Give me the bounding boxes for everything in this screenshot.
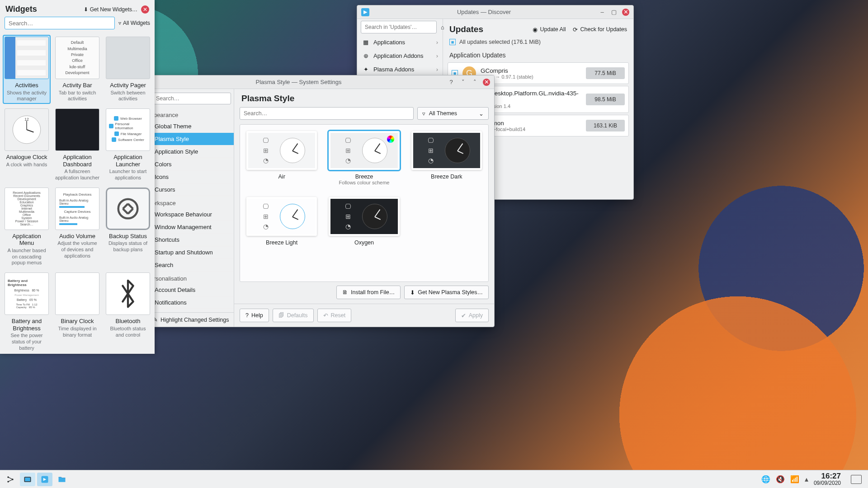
settings-nav-item[interactable]: Global Theme (148, 120, 234, 133)
widget-card[interactable]: Application DashboardA fullscreen applic… (53, 107, 101, 183)
help-hint-icon[interactable]: ? (448, 79, 455, 86)
widget-description: See the power status of your battery (5, 333, 49, 351)
widget-card[interactable]: Web BrowserPersonal InformationFile Mana… (104, 107, 152, 183)
close-icon[interactable]: ✕ (141, 5, 149, 14)
discover-category[interactable]: ▦Applications› (357, 35, 443, 49)
widget-thumbnail (5, 37, 49, 79)
category-icon: ⊕ (362, 52, 370, 60)
settings-search-input[interactable] (152, 93, 231, 104)
maximize-icon[interactable]: ˄ (471, 79, 478, 86)
theme-name: Breeze (329, 174, 399, 180)
apply-button[interactable]: ✔Apply (455, 309, 489, 322)
close-icon[interactable]: ✕ (483, 79, 490, 86)
update-all-button[interactable]: ◉Update All (533, 26, 566, 33)
widget-thumbnail: Recent ApplicationsRecent DocumentsDevel… (5, 188, 49, 230)
file-icon: 🗎 (342, 289, 348, 296)
widget-card[interactable]: Battery and BrightnessBrightness 80 %Pow… (3, 271, 51, 353)
settings-nav-item[interactable]: Users (148, 309, 234, 312)
theme-card[interactable]: 🖵⊞◔Oxygen (329, 197, 399, 246)
get-new-styles-button[interactable]: ⬇Get New Plasma Styles… (404, 286, 489, 299)
widget-thumbnail: DefaultMultimediaPrivateOfficekde-stuffD… (55, 37, 99, 79)
task-discover[interactable] (37, 473, 52, 486)
app-launcher-button[interactable] (3, 473, 18, 486)
settings-nav-item[interactable]: Application Style (148, 145, 234, 158)
settings-group-label: Personalisation (148, 272, 234, 284)
refresh-icon: ⟳ (573, 26, 578, 33)
settings-nav-item[interactable]: Shortcuts (148, 234, 234, 246)
reset-button[interactable]: ↶Reset (317, 309, 352, 322)
install-from-file-button[interactable]: 🗎Install from File… (336, 286, 401, 299)
settings-nav-item[interactable]: Window Management (148, 221, 234, 234)
show-desktop-button[interactable] (851, 475, 862, 484)
clock-widget[interactable]: 16:27 09/09/2020 (814, 472, 841, 487)
taskbar: 🌐 🔇 📶 ▴ 16:27 09/09/2020 (0, 470, 868, 488)
highlight-changed-button[interactable]: ✎ Highlight Changed Settings (148, 312, 234, 327)
widget-name: Battery and Brightness (5, 318, 49, 332)
tray-expand-icon[interactable]: ▴ (805, 475, 808, 483)
settings-nav-item[interactable]: Notifications (148, 296, 234, 309)
discover-category[interactable]: ⊕Application Addons› (357, 49, 443, 62)
task-system-settings[interactable] (20, 473, 35, 486)
discover-titlebar[interactable]: ▶ Updates — Discover – ▢ ✕ (357, 5, 633, 19)
help-button[interactable]: ?Help (240, 309, 269, 322)
maximize-icon[interactable]: ▢ (610, 9, 618, 16)
widgets-filter-dropdown[interactable]: ▿All Widgets (118, 20, 150, 26)
settings-nav-item[interactable]: Icons (148, 171, 234, 183)
widget-thumbnail: Battery and BrightnessBrightness 80 %Pow… (5, 272, 49, 315)
theme-filter-dropdown[interactable]: ▿ All Themes ⌄ (417, 107, 489, 120)
widgets-search-input[interactable] (5, 17, 115, 29)
close-icon[interactable]: ✕ (622, 9, 629, 16)
help-icon: ? (245, 312, 249, 319)
settings-nav-item[interactable]: Cursors (148, 183, 234, 196)
theme-card[interactable]: 🖵⊞◔Breeze Light (246, 197, 317, 246)
widget-description: Displays status of backup plans (106, 240, 150, 253)
network-wifi-icon[interactable]: 📶 (790, 475, 799, 483)
widget-card[interactable]: Backup StatusDisplays status of backup p… (104, 186, 152, 268)
settings-nav-item[interactable]: Account Details (148, 284, 234, 296)
task-file-manager[interactable] (54, 473, 70, 486)
widget-name: Activity Bar (55, 82, 99, 89)
widget-card[interactable]: 12Analogue ClockA clock with hands (3, 107, 51, 183)
minimize-icon[interactable]: – (599, 9, 606, 16)
theme-card[interactable]: 🖵⊞◔Air (246, 131, 317, 185)
keyboard-layout-icon[interactable]: 🌐 (761, 475, 770, 483)
widget-card[interactable]: Playback DevicesBuilt-in Audio Analog St… (53, 186, 101, 268)
theme-name: Breeze Dark (411, 174, 482, 180)
settings-nav-item[interactable]: Plasma Style (148, 133, 234, 145)
widget-thumbnail: Playback DevicesBuilt-in Audio Analog St… (55, 188, 99, 230)
undo-icon: ↶ (323, 312, 328, 319)
selection-summary: All updates selected (176.1 MiB) (459, 39, 541, 45)
widget-card[interactable]: ActivitiesShows the activity manager (3, 35, 51, 104)
settings-nav-item[interactable]: Workspace Behaviour (148, 208, 234, 221)
discover-search-input[interactable] (361, 21, 437, 33)
widget-card[interactable]: BluetoothBluetooth status and control (104, 271, 152, 353)
category-icon: ✦ (362, 65, 370, 73)
minimize-icon[interactable]: ˅ (459, 79, 467, 86)
theme-card[interactable]: 🖵⊞◔BreezeFollows colour scheme (329, 131, 399, 185)
defaults-button[interactable]: 🗐Defaults (273, 309, 314, 322)
check-updates-button[interactable]: ⟳Check for Updates (573, 26, 627, 33)
widget-card[interactable]: DefaultMultimediaPrivateOfficekde-stuffD… (53, 35, 101, 104)
select-all-checkbox[interactable]: ■ (449, 39, 456, 45)
settings-sidebar: ⌂ AppearanceGlobal ThemePlasma StyleAppl… (148, 89, 234, 327)
discover-category[interactable]: ✦Plasma Addons› (357, 62, 443, 76)
widget-card[interactable]: Activity PagerSwitch between activities (104, 35, 152, 104)
widget-card[interactable]: Binary ClockTime displayed in binary for… (53, 271, 101, 353)
settings-nav-item[interactable]: Startup and Shutdown (148, 246, 234, 259)
widget-card[interactable]: Recent ApplicationsRecent DocumentsDevel… (3, 186, 51, 268)
settings-nav-item[interactable]: Search (148, 259, 234, 272)
get-new-widgets-button[interactable]: ⬇Get New Widgets… (84, 6, 137, 13)
volume-muted-icon[interactable]: 🔇 (776, 475, 785, 483)
theme-card[interactable]: 🖵⊞◔Breeze Dark (411, 131, 482, 185)
updates-section-heading: Application Updates (443, 50, 633, 61)
widget-description: Bluetooth status and control (106, 326, 150, 338)
update-detail: to version 1.4 (481, 103, 581, 109)
theme-thumbnail: 🖵⊞◔ (246, 131, 317, 170)
theme-thumbnail: 🖵⊞◔ (329, 197, 399, 236)
widget-name: Binary Clock (55, 318, 99, 325)
settings-titlebar[interactable]: Plasma Style — System Settings ? ˅ ˄ ✕ (148, 75, 494, 89)
theme-search-input[interactable] (240, 107, 414, 120)
settings-nav-item[interactable]: Colors (148, 158, 234, 171)
update-detail: stable → 0.97.1 (stable) (481, 74, 581, 80)
update-size: 98.5 MiB (586, 94, 625, 105)
